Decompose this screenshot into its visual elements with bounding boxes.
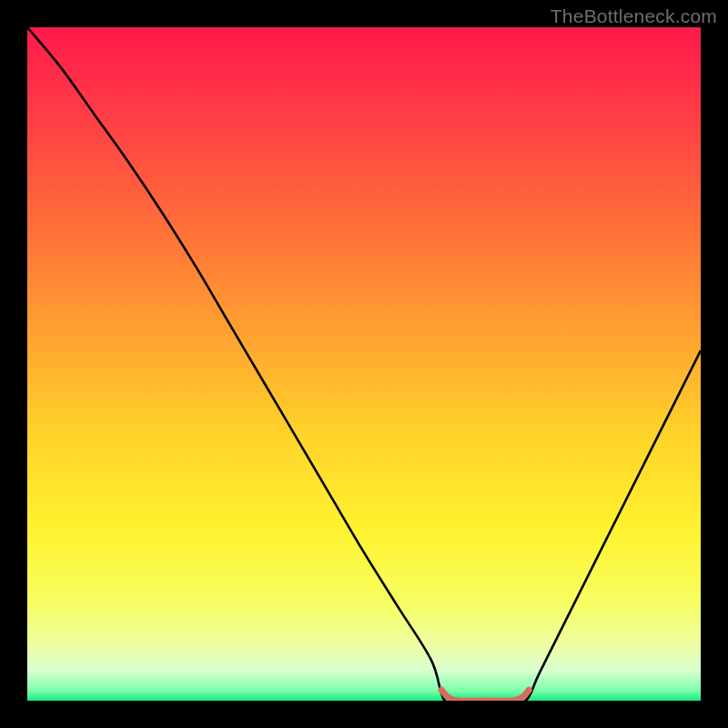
flat-region-accent — [441, 690, 529, 701]
plot-area — [27, 27, 701, 701]
chart-stage: TheBottleneck.com — [0, 0, 728, 728]
bottleneck-curve — [27, 27, 701, 701]
watermark-text: TheBottleneck.com — [551, 5, 717, 27]
curve-layer — [27, 27, 701, 701]
